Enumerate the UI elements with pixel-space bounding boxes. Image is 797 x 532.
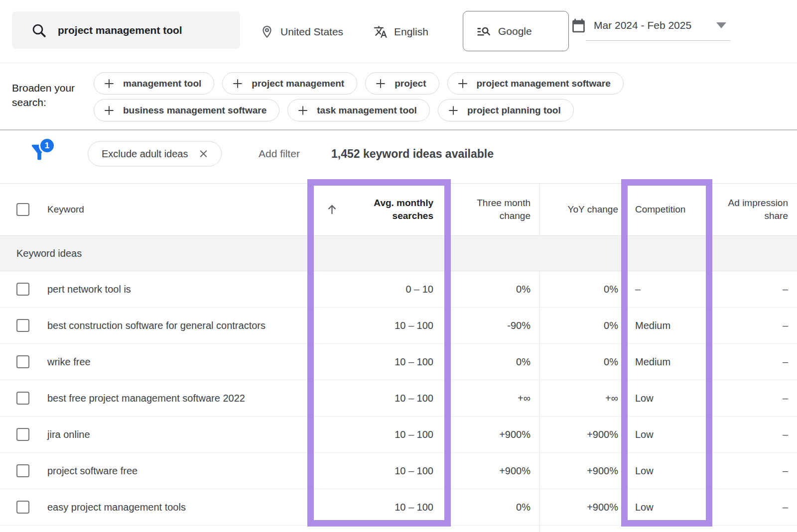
competition-cell: Medium	[624, 308, 709, 343]
avg-monthly-searches-cell: 10 – 100	[311, 417, 447, 452]
row-checkbox[interactable]	[16, 464, 29, 477]
keyword-search-box[interactable]	[12, 11, 240, 49]
search-network-icon	[476, 23, 492, 39]
three-month-change-cell: +900%	[447, 453, 539, 489]
plus-icon	[374, 77, 387, 90]
row-checkbox[interactable]	[16, 355, 29, 368]
broaden-chip[interactable]: project	[365, 72, 439, 95]
broaden-search-section: Broaden your search: management tool pro…	[0, 63, 797, 130]
sort-ascending-icon	[325, 203, 339, 217]
broaden-chip-label: task management tool	[317, 105, 417, 116]
table-row: wrike free 10 – 100 0% 0% Medium –	[0, 344, 797, 380]
keyword-cell: pert network tool is	[0, 271, 311, 307]
yoy-change-cell: +900%	[539, 417, 624, 452]
broaden-chip-label: project management	[252, 78, 344, 89]
row-checkbox[interactable]	[16, 501, 29, 514]
column-header-label: Three month change	[472, 197, 531, 222]
broaden-chip[interactable]: project planning tool	[438, 99, 574, 121]
yoy-change-cell: +900%	[539, 453, 624, 489]
avg-monthly-searches-cell: 10 – 100	[311, 489, 447, 525]
network-label: Google	[498, 25, 532, 37]
competition-cell: Low	[624, 417, 709, 452]
table-row: pert network tool is 0 – 10 0% 0% – –	[0, 271, 797, 308]
add-filter-button[interactable]: Add filter	[259, 148, 300, 160]
search-icon	[31, 22, 47, 38]
column-header-label: YoY change	[568, 203, 618, 216]
table-row: best construction software for general c…	[0, 308, 797, 344]
three-month-change-cell: +900%	[447, 417, 539, 452]
table-header-row: Keyword Avg. monthly searches Three mont…	[0, 183, 797, 236]
column-header-label: Keyword	[47, 203, 84, 216]
network-selector[interactable]: Google	[463, 11, 569, 51]
three-month-change-cell: -90%	[447, 308, 539, 343]
broaden-chip[interactable]: task management tool	[287, 99, 430, 121]
date-range-label: Mar 2024 - Feb 2025	[594, 19, 691, 31]
broaden-chip-label: business management software	[123, 105, 266, 116]
broaden-chip-list: management tool project management proje…	[94, 72, 666, 121]
language-selector[interactable]: English	[374, 0, 428, 63]
broaden-chip-label: project management software	[477, 78, 611, 89]
keyword-cell: jira online	[0, 417, 311, 452]
chevron-down-icon	[716, 22, 726, 28]
ad-impression-share-cell: –	[709, 489, 797, 525]
keyword-cell: easy project management tools	[0, 489, 311, 525]
competition-cell: –	[624, 271, 709, 307]
competition-cell: Low	[624, 489, 709, 525]
competition-cell: Low	[624, 453, 709, 489]
broaden-chip[interactable]: management tool	[94, 72, 214, 95]
keyword-cell: wrike free	[0, 344, 311, 380]
column-header-keyword[interactable]: Keyword	[0, 184, 311, 235]
yoy-change-cell: 0%	[539, 271, 624, 307]
three-month-change-cell: 0%	[447, 271, 539, 307]
select-all-checkbox[interactable]	[16, 203, 29, 216]
active-filter-label: Exclude adult ideas	[102, 148, 188, 160]
column-header-ad-impression-share[interactable]: Ad impression share	[709, 184, 797, 235]
keyword-cell: best construction software for general c…	[0, 308, 311, 343]
ad-impression-share-cell: –	[709, 417, 797, 452]
location-label: United States	[280, 26, 343, 38]
broaden-search-label: Broaden your search:	[12, 81, 87, 110]
row-checkbox[interactable]	[16, 319, 29, 332]
ad-impression-share-cell: –	[709, 344, 797, 380]
column-header-avg-monthly-searches[interactable]: Avg. monthly searches	[311, 184, 447, 235]
table-row-partial	[0, 526, 797, 532]
ad-impression-share-cell: –	[709, 308, 797, 343]
active-filter-chip[interactable]: Exclude adult ideas	[88, 141, 222, 167]
row-checkbox[interactable]	[16, 392, 29, 405]
row-checkbox[interactable]	[16, 283, 29, 296]
broaden-chip[interactable]: business management software	[94, 99, 279, 121]
avg-monthly-searches-cell: 10 – 100	[311, 344, 447, 380]
ad-impression-share-cell: –	[709, 453, 797, 489]
search-input[interactable]	[58, 24, 222, 36]
avg-monthly-searches-cell: 10 – 100	[311, 380, 447, 416]
broaden-chip-label: management tool	[123, 78, 201, 89]
keyword-cell: best free project management software 20…	[0, 380, 311, 416]
table-row: jira online 10 – 100 +900% +900% Low –	[0, 417, 797, 453]
competition-cell: Low	[624, 380, 709, 416]
yoy-change-cell: 0%	[539, 308, 624, 343]
row-checkbox[interactable]	[16, 428, 29, 441]
plus-icon	[103, 77, 116, 90]
broaden-chip[interactable]: project management software	[447, 72, 624, 95]
section-label-keyword-ideas: Keyword ideas	[0, 236, 797, 271]
column-header-competition[interactable]: Competition	[624, 184, 709, 235]
plus-icon	[231, 77, 244, 90]
results-summary: 1,452 keyword ideas available	[331, 147, 494, 161]
date-underline	[586, 40, 730, 41]
broaden-chip[interactable]: project management	[222, 72, 357, 95]
column-header-label: Ad impression share	[719, 197, 788, 222]
column-header-yoy-change[interactable]: YoY change	[539, 184, 624, 235]
translate-icon	[374, 25, 388, 39]
yoy-change-cell: 0%	[539, 344, 624, 380]
remove-filter-icon[interactable]	[198, 148, 209, 160]
column-header-three-month-change[interactable]: Three month change	[447, 184, 539, 235]
table-row: project software free 10 – 100 +900% +90…	[0, 453, 797, 489]
avg-monthly-searches-cell: 10 – 100	[311, 308, 447, 343]
competition-cell: Medium	[624, 344, 709, 380]
avg-monthly-searches-cell: 0 – 10	[311, 271, 447, 307]
date-range-selector[interactable]: Mar 2024 - Feb 2025	[570, 0, 726, 51]
table-row: easy project management tools 10 – 100 0…	[0, 489, 797, 526]
filter-count-badge: 1	[39, 137, 55, 154]
yoy-change-cell: +∞	[539, 380, 624, 416]
location-selector[interactable]: United States	[260, 0, 343, 63]
